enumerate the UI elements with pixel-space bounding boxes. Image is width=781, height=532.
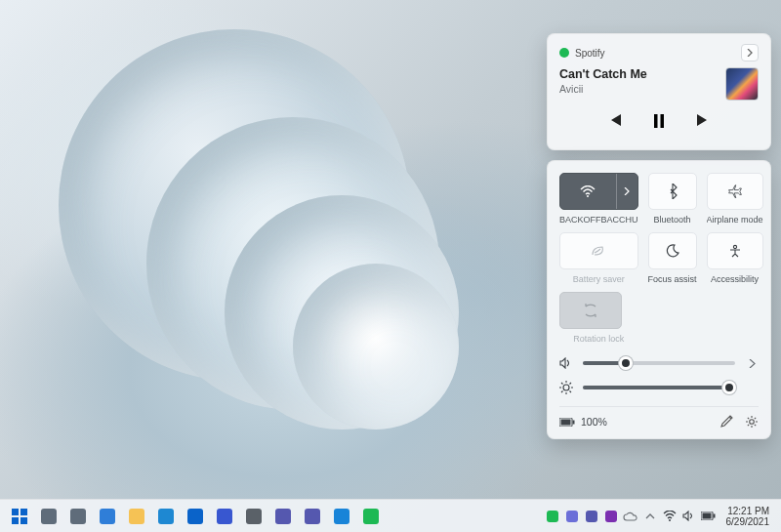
battery-icon bbox=[559, 418, 575, 427]
battery-percent: 100% bbox=[581, 416, 607, 428]
spotify-icon bbox=[363, 509, 379, 524]
taskbar-app-spotify[interactable] bbox=[357, 503, 385, 530]
skip-forward-icon bbox=[696, 114, 710, 126]
taskbar-app-edge[interactable] bbox=[152, 503, 180, 530]
meet-now-icon bbox=[566, 511, 578, 522]
chevron-up-icon bbox=[645, 512, 655, 519]
tray-teams-tray[interactable] bbox=[582, 503, 601, 530]
wifi-label: BACKOFFBACCHU bbox=[559, 215, 638, 225]
search-icon bbox=[41, 509, 57, 524]
taskbar-app-explorer[interactable] bbox=[123, 503, 150, 530]
quick-tile-bluetooth: Bluetooth bbox=[648, 173, 697, 225]
track-title: Can't Catch Me bbox=[559, 67, 647, 81]
taskbar-app-teams1[interactable] bbox=[269, 503, 297, 530]
svg-rect-0 bbox=[654, 114, 658, 128]
teams-chat-icon bbox=[305, 509, 320, 524]
wifi-expand-button[interactable] bbox=[616, 174, 637, 209]
rotation-lock-toggle-button bbox=[559, 292, 622, 329]
play-pause-button[interactable] bbox=[653, 114, 665, 128]
taskbar-time: 12:21 PM bbox=[726, 506, 770, 516]
taskbar-app-teams2[interactable] bbox=[299, 503, 326, 530]
media-controls-panel: Spotify Can't Catch Me Avicii bbox=[547, 33, 771, 150]
airplane-icon bbox=[727, 184, 743, 198]
bluetooth-icon bbox=[668, 184, 678, 199]
taskbar-app-taskview[interactable] bbox=[64, 503, 92, 530]
tray-meet-now[interactable] bbox=[562, 503, 582, 530]
tray-volume-tray[interactable] bbox=[679, 503, 699, 530]
brightness-icon bbox=[559, 381, 573, 394]
svg-rect-12 bbox=[713, 514, 715, 518]
svg-point-4 bbox=[563, 385, 569, 390]
track-artist: Avicii bbox=[559, 83, 647, 95]
taskbar-app-search[interactable] bbox=[35, 503, 62, 530]
quick-tile-wifi: BACKOFFBACCHU bbox=[559, 173, 638, 225]
previous-track-button[interactable] bbox=[608, 114, 622, 128]
quick-tile-airplane: Airplane mode bbox=[707, 173, 763, 225]
taskbar-app-settings[interactable] bbox=[240, 503, 267, 530]
skip-back-icon bbox=[608, 114, 622, 126]
focus-label: Focus assist bbox=[648, 274, 697, 284]
battery-saver-toggle-button bbox=[559, 232, 638, 269]
quick-settings-panel: BACKOFFBACCHU Bluetooth Airplane mode Ba… bbox=[547, 160, 771, 439]
tray-battery-tray[interactable] bbox=[699, 503, 719, 530]
rotation-icon bbox=[583, 304, 598, 317]
widgets-icon bbox=[100, 509, 115, 524]
airplane-toggle-button[interactable] bbox=[707, 173, 763, 210]
tray-onedrive[interactable] bbox=[621, 503, 640, 530]
teams-tray-icon bbox=[586, 511, 597, 522]
svg-point-9 bbox=[669, 519, 671, 521]
taskbar-app-todo[interactable] bbox=[211, 503, 238, 530]
taskbar-app-phone[interactable] bbox=[328, 503, 355, 530]
tray-onenote[interactable] bbox=[601, 503, 621, 530]
wifi-icon bbox=[663, 511, 677, 521]
wifi-icon bbox=[580, 185, 596, 197]
battery-icon bbox=[701, 512, 717, 520]
accessibility-icon bbox=[728, 244, 742, 258]
album-art[interactable] bbox=[725, 67, 759, 101]
moon-icon bbox=[666, 244, 679, 258]
taskbar-date: 6/29/2021 bbox=[726, 516, 770, 527]
rotation-label: Rotation lock bbox=[559, 334, 638, 344]
media-source-app: Spotify bbox=[559, 48, 605, 59]
svg-point-3 bbox=[733, 245, 736, 248]
battery-status[interactable]: 100% bbox=[559, 416, 607, 428]
teams-icon bbox=[275, 509, 291, 524]
battery-saver-label: Battery saver bbox=[559, 274, 638, 284]
taskbar-app-widgets[interactable] bbox=[94, 503, 121, 530]
bluetooth-toggle-button[interactable] bbox=[648, 173, 697, 210]
tray-spotify-tray[interactable] bbox=[543, 503, 562, 530]
chevron-right-icon bbox=[746, 49, 754, 57]
edge-icon bbox=[158, 509, 174, 524]
spotify-tray-icon bbox=[547, 511, 558, 522]
onenote-tray-icon bbox=[605, 511, 617, 522]
edit-quick-settings-button[interactable] bbox=[720, 415, 733, 429]
accessibility-label: Accessibility bbox=[707, 274, 763, 284]
taskbar-clock[interactable]: 12:21 PM 6/29/2021 bbox=[720, 506, 776, 527]
start-button[interactable] bbox=[6, 503, 33, 530]
open-settings-button[interactable] bbox=[745, 415, 759, 429]
taskbar-app-mail[interactable] bbox=[182, 503, 209, 530]
volume-slider[interactable] bbox=[583, 361, 735, 365]
focus-assist-toggle-button[interactable] bbox=[648, 232, 697, 269]
media-next-session-button[interactable] bbox=[741, 44, 759, 61]
svg-rect-11 bbox=[702, 513, 711, 519]
svg-rect-1 bbox=[661, 114, 665, 128]
gear-icon bbox=[745, 415, 759, 429]
todo-icon bbox=[217, 509, 232, 524]
brightness-slider[interactable] bbox=[583, 386, 735, 389]
tray-chevron[interactable] bbox=[640, 503, 660, 530]
accessibility-toggle-button[interactable] bbox=[707, 232, 763, 269]
airplane-label: Airplane mode bbox=[707, 215, 763, 225]
brightness-slider-row bbox=[559, 381, 759, 394]
next-track-button[interactable] bbox=[696, 114, 710, 128]
file-explorer-icon bbox=[129, 509, 144, 524]
taskbar: 12:21 PM 6/29/2021 bbox=[0, 499, 781, 532]
your-phone-icon bbox=[334, 509, 349, 524]
tray-wifi-tray[interactable] bbox=[660, 503, 679, 530]
cloud-icon bbox=[623, 512, 637, 521]
quick-tile-focus: Focus assist bbox=[648, 232, 697, 284]
wifi-toggle-button[interactable] bbox=[560, 174, 616, 209]
svg-point-2 bbox=[587, 195, 589, 197]
media-app-name: Spotify bbox=[575, 48, 605, 59]
volume-output-button[interactable] bbox=[745, 359, 759, 368]
